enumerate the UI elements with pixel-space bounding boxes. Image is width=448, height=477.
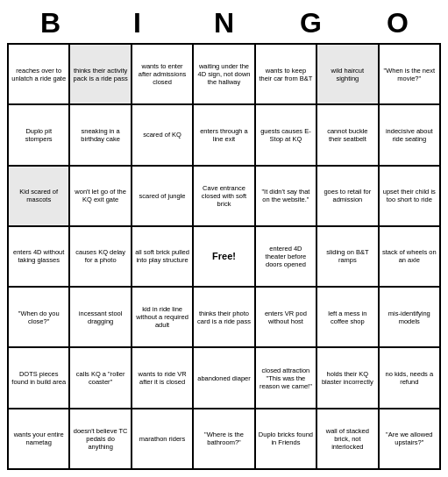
bingo-cell[interactable]: no kids, needs a refund [379, 347, 440, 408]
bingo-cell[interactable]: incessant stool dragging [69, 287, 131, 347]
title-letter-i: I [106, 7, 168, 39]
bingo-cell[interactable]: kid in ride line without a required adul… [132, 287, 193, 347]
bingo-cell[interactable]: causes KQ delay for a photo [69, 226, 131, 287]
bingo-cell[interactable]: entered 4D theater before doors opened [255, 226, 316, 287]
bingo-cell[interactable]: thinks their photo card is a ride pass [193, 287, 254, 347]
bingo-cell[interactable]: Cave entrance closed with soft brick [193, 166, 254, 226]
bingo-cell[interactable]: cannot buckle their seatbelt [316, 104, 378, 165]
bingo-cell[interactable]: calls KQ a "roller coaster" [69, 347, 131, 408]
bingo-cell[interactable]: "Where is the bathroom?" [193, 409, 254, 469]
title-letter-n: N [193, 7, 255, 39]
bingo-cell[interactable]: waiting under the 4D sign, not down the … [193, 44, 254, 104]
title-letter-g: G [280, 7, 342, 39]
bingo-cell[interactable]: wants your entire nametag [8, 409, 69, 469]
bingo-grid: reaches over to unlatch a ride gatethink… [7, 43, 441, 470]
bingo-cell[interactable]: won't let go of the KQ exit gate [69, 166, 131, 226]
bingo-cell[interactable]: indecisive about ride seating [379, 104, 440, 165]
bingo-cell[interactable]: "Are we allowed upstairs?" [379, 409, 440, 469]
bingo-cell[interactable]: sliding on B&T ramps [316, 226, 378, 287]
bingo-cell[interactable]: DOTS pieces found in build area [8, 347, 69, 408]
bingo-cell[interactable]: enters VR pod without host [255, 287, 316, 347]
title-letter-b: B [19, 7, 82, 39]
bingo-cell[interactable]: "It didn't say that on the website." [255, 166, 316, 226]
bingo-cell[interactable]: doesn't believe TC pedals do anything [69, 409, 131, 469]
bingo-title: B I N G O [7, 7, 441, 39]
bingo-cell[interactable]: enters 4D without taking glasses [8, 226, 69, 287]
bingo-cell[interactable]: mis-identifying models [379, 287, 440, 347]
bingo-cell[interactable]: closed attraction "This was the reason w… [255, 347, 316, 408]
bingo-cell[interactable]: wall of stacked brick, not interlocked [316, 409, 378, 469]
bingo-cell[interactable]: holds their KQ blaster incorrectly [316, 347, 378, 408]
bingo-cell[interactable]: marathon riders [132, 409, 193, 469]
bingo-cell[interactable]: enters through a line exit [193, 104, 254, 165]
bingo-cell[interactable]: sneaking in a birthday cake [69, 104, 131, 165]
bingo-cell[interactable]: wants to keep their car from B&T [255, 44, 316, 104]
bingo-cell[interactable]: left a mess in coffee shop [316, 287, 378, 347]
bingo-cell[interactable]: Kid scared of mascots [8, 166, 69, 226]
bingo-cell[interactable]: thinks their activity pack is a ride pas… [69, 44, 131, 104]
bingo-cell[interactable]: reaches over to unlatch a ride gate [8, 44, 69, 104]
bingo-cell[interactable]: "When is the next movie?" [379, 44, 440, 104]
bingo-cell[interactable]: wild haircut sighting [316, 44, 378, 104]
bingo-cell[interactable]: Duplo pit stompers [8, 104, 69, 165]
bingo-cell[interactable]: all soft brick pulled into play structur… [132, 226, 193, 287]
bingo-cell[interactable]: guests causes E-Stop at KQ [255, 104, 316, 165]
bingo-cell[interactable]: goes to retail for admission [316, 166, 378, 226]
bingo-cell[interactable]: scared of jungle [132, 166, 193, 226]
bingo-cell[interactable]: wants to enter after admissions closed [132, 44, 193, 104]
bingo-cell[interactable]: Free! [193, 226, 254, 287]
bingo-cell[interactable]: stack of wheels on an axle [379, 226, 440, 287]
bingo-cell[interactable]: wants to ride VR after it is closed [132, 347, 193, 408]
title-letter-o: O [366, 7, 429, 39]
bingo-cell[interactable]: "When do you close?" [8, 287, 69, 347]
bingo-cell[interactable]: upset their child is too short to ride [379, 166, 440, 226]
bingo-cell[interactable]: abandoned diaper [193, 347, 254, 408]
bingo-cell[interactable]: scared of KQ [132, 104, 193, 165]
bingo-cell[interactable]: Duplo bricks found in Friends [255, 409, 316, 469]
